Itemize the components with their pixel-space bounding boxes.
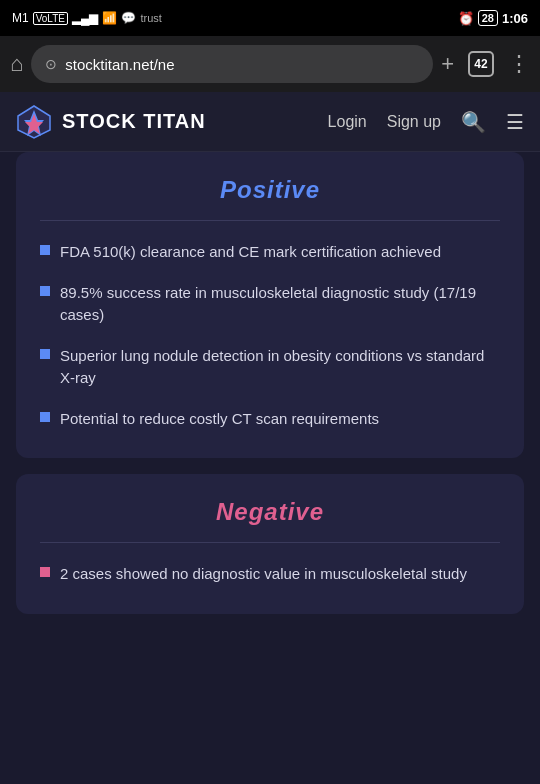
positive-bullet-2: 89.5% success rate in musculoskeletal di… [40,282,500,327]
positive-bullet-1-text: FDA 510(k) clearance and CE mark certifi… [60,241,441,264]
negative-card-title: Negative [40,498,500,526]
positive-bullet-4: Potential to reduce costly CT scan requi… [40,408,500,431]
browser-actions: + 42 ⋮ [441,51,530,77]
negative-card-divider [40,542,500,543]
main-content: Positive FDA 510(k) clearance and CE mar… [0,152,540,784]
volte-label: VoLTE [33,12,68,25]
positive-card-divider [40,220,500,221]
message-icon: 💬 [121,11,136,25]
battery-indicator: 28 [478,10,498,26]
address-text: stocktitan.net/ne [65,56,419,73]
status-right: ⏰ 28 1:06 [458,10,528,26]
negative-bullet-list: 2 cases showed no diagnostic value in mu… [40,563,500,586]
nav-links: Login Sign up 🔍 ☰ [328,110,524,134]
bullet-square-icon [40,245,50,255]
status-left: M1 VoLTE ▂▄▆ 📶 💬 trust [12,11,162,25]
wifi-icon: 📶 [102,11,117,25]
signup-link[interactable]: Sign up [387,113,441,131]
alarm-icon: ⏰ [458,11,474,26]
logo-text: STOCK TITAN [62,110,206,133]
nav-bar: STOCK TITAN Login Sign up 🔍 ☰ [0,92,540,152]
login-link[interactable]: Login [328,113,367,131]
logo-area: STOCK TITAN [16,104,328,140]
browser-bar: ⌂ ⊙ stocktitan.net/ne + 42 ⋮ [0,36,540,92]
more-menu-button[interactable]: ⋮ [508,51,530,77]
positive-bullet-2-text: 89.5% success rate in musculoskeletal di… [60,282,500,327]
bullet-square-icon [40,412,50,422]
home-icon[interactable]: ⌂ [10,51,23,77]
bullet-square-icon [40,286,50,296]
add-tab-button[interactable]: + [441,51,454,77]
bullet-square-icon [40,349,50,359]
search-icon[interactable]: 🔍 [461,110,486,134]
negative-bullet-1-text: 2 cases showed no diagnostic value in mu… [60,563,467,586]
negative-card: Negative 2 cases showed no diagnostic va… [16,474,524,614]
carrier-label: M1 [12,11,29,25]
logo-icon [16,104,52,140]
positive-bullet-3-text: Superior lung nodule detection in obesit… [60,345,500,390]
positive-bullet-list: FDA 510(k) clearance and CE mark certifi… [40,241,500,430]
positive-bullet-3: Superior lung nodule detection in obesit… [40,345,500,390]
negative-bullet-1: 2 cases showed no diagnostic value in mu… [40,563,500,586]
menu-icon[interactable]: ☰ [506,110,524,134]
signal-icon: ▂▄▆ [72,11,99,25]
time-label: 1:06 [502,11,528,26]
positive-card: Positive FDA 510(k) clearance and CE mar… [16,152,524,458]
site-info-icon: ⊙ [45,56,57,72]
address-bar[interactable]: ⊙ stocktitan.net/ne [31,45,433,83]
status-bar: M1 VoLTE ▂▄▆ 📶 💬 trust ⏰ 28 1:06 [0,0,540,36]
trust-label: trust [140,12,161,24]
positive-bullet-1: FDA 510(k) clearance and CE mark certifi… [40,241,500,264]
bullet-square-negative-icon [40,567,50,577]
tab-count[interactable]: 42 [468,51,494,77]
positive-card-title: Positive [40,176,500,204]
positive-bullet-4-text: Potential to reduce costly CT scan requi… [60,408,379,431]
